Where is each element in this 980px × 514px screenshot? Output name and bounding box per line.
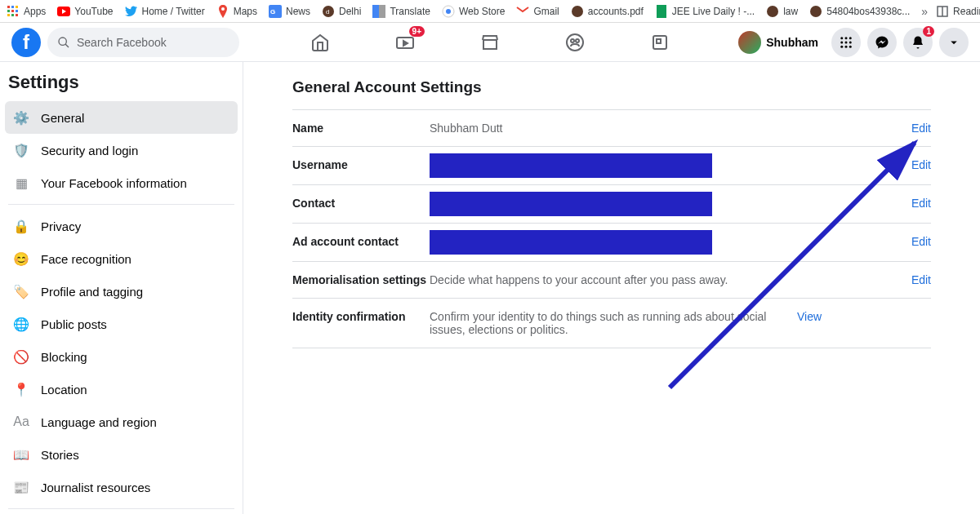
notifications-badge: 1	[923, 26, 934, 37]
svg-point-35	[849, 37, 852, 39]
bookmark-maps[interactable]: Maps	[216, 5, 257, 18]
sidebar-item-fbinfo[interactable]: ▦ Your Facebook information	[5, 166, 238, 199]
sidebar-item-language[interactable]: Aa Language and region	[5, 405, 238, 438]
nav-home[interactable]	[302, 24, 338, 60]
sidebar-item-label: Security and login	[41, 144, 138, 157]
webstore-icon	[442, 5, 455, 18]
bookmark-translate[interactable]: Translate	[372, 5, 430, 18]
facebook-logo[interactable]: f	[11, 28, 41, 57]
svg-point-41	[849, 45, 852, 47]
sidebar-item-face[interactable]: 😊 Face recognition	[5, 242, 238, 275]
bookmarks-overflow[interactable]: »	[921, 5, 928, 18]
row-value: Shubham Dutt	[430, 122, 911, 135]
sidebar-item-tagging[interactable]: 🏷️ Profile and tagging	[5, 275, 238, 308]
bookmark-twitter[interactable]: Home / Twitter	[125, 5, 205, 18]
file-icon	[809, 5, 822, 18]
pdf-icon	[571, 5, 584, 18]
facebook-header: f Search Facebook 9+ Shubham	[0, 23, 980, 62]
sidebar-item-label: Location	[41, 383, 87, 397]
sidebar-item-security[interactable]: 🛡️ Security and login	[5, 134, 238, 166]
sidebar-divider	[8, 204, 234, 205]
edit-link[interactable]: Edit	[911, 122, 931, 135]
tag-icon: 🏷️	[11, 281, 31, 301]
bell-icon	[911, 35, 925, 50]
sidebar-item-journalist[interactable]: 📰 Journalist resources	[5, 471, 238, 503]
bookmark-label: YouTube	[74, 6, 113, 17]
nav-watch[interactable]: 9+	[387, 24, 423, 60]
sidebar-item-stories[interactable]: 📖 Stories	[5, 438, 238, 471]
svg-text:d: d	[326, 8, 329, 16]
nav-right: Shubham 1	[737, 28, 969, 57]
sidebar-item-label: Blocking	[41, 350, 87, 364]
sidebar-item-label: General	[41, 111, 84, 125]
shield-icon: 🛡️	[11, 140, 31, 160]
sidebar-item-general[interactable]: ⚙️ General	[5, 101, 238, 134]
gmail-icon	[516, 5, 529, 18]
bookmark-law[interactable]: law	[766, 5, 798, 18]
bookmark-accounts[interactable]: accounts.pdf	[571, 5, 644, 18]
svg-rect-20	[657, 5, 666, 18]
content: Settings ⚙️ General 🛡️ Security and logi…	[0, 62, 980, 514]
sidebar-item-label: Your Facebook information	[41, 176, 187, 190]
svg-point-37	[845, 41, 848, 43]
sidebar-item-label: Journalist resources	[41, 481, 150, 494]
notifications-button[interactable]: 1	[903, 28, 933, 57]
maps-icon	[216, 5, 229, 18]
bookmark-webstore[interactable]: Web Store	[442, 5, 505, 18]
bookmark-youtube[interactable]: YouTube	[57, 5, 113, 18]
svg-rect-2	[16, 6, 18, 8]
sidebar-title: Settings	[5, 72, 238, 101]
settings-row-adcontact: Ad account contact Edit	[292, 223, 931, 261]
edit-link[interactable]: Edit	[911, 197, 931, 210]
law-icon	[766, 5, 779, 18]
menu-icon	[839, 35, 853, 50]
messenger-button[interactable]	[867, 28, 897, 57]
sidebar-item-location[interactable]: 📍 Location	[5, 373, 238, 405]
menu-button[interactable]	[831, 28, 861, 57]
main-panel: General Account Settings Name Shubham Du…	[243, 62, 980, 514]
sidebar-item-public[interactable]: 🌐 Public posts	[5, 308, 238, 340]
svg-point-21	[767, 6, 778, 17]
bookmark-apps[interactable]: Apps	[7, 5, 46, 18]
bookmark-label: Gmail	[533, 6, 559, 17]
home-icon	[310, 33, 330, 52]
bookmark-jee[interactable]: JEE Live Daily ! -...	[655, 5, 755, 18]
view-link[interactable]: View	[797, 310, 822, 323]
edit-link[interactable]: Edit	[911, 235, 931, 248]
svg-rect-6	[7, 14, 10, 16]
journalist-icon: 📰	[11, 477, 31, 497]
sidebar-item-blocking[interactable]: 🚫 Blocking	[5, 340, 238, 373]
profile-chip[interactable]: Shubham	[737, 29, 825, 55]
edit-link[interactable]: Edit	[911, 273, 931, 286]
twitter-icon	[125, 5, 138, 18]
svg-rect-0	[7, 6, 10, 8]
search-box[interactable]: Search Facebook	[47, 28, 239, 57]
svg-point-40	[845, 45, 848, 47]
search-icon	[57, 36, 70, 49]
bookmark-gmail[interactable]: Gmail	[516, 5, 559, 18]
caret-down-icon	[947, 35, 961, 50]
reading-list-label: Reading Lis	[953, 6, 980, 17]
reading-list-icon	[936, 5, 949, 18]
info-icon: ▦	[11, 173, 31, 193]
lock-icon: 🔒	[11, 216, 31, 236]
svg-rect-32	[657, 39, 661, 43]
edit-link[interactable]: Edit	[911, 158, 931, 171]
nav-groups[interactable]	[557, 24, 593, 60]
redacted-block	[430, 192, 712, 216]
svg-point-33	[840, 37, 843, 39]
account-dropdown[interactable]	[939, 28, 969, 57]
nav-gaming[interactable]	[642, 24, 678, 60]
bookmark-news[interactable]: G News	[269, 5, 310, 18]
row-value: Decide what happens to your account afte…	[430, 273, 911, 286]
sidebar-item-privacy[interactable]: 🔒 Privacy	[5, 210, 238, 242]
reading-list[interactable]: Reading Lis	[936, 5, 980, 18]
bookmark-file[interactable]: 54804bos43938c...	[809, 5, 910, 18]
nav-marketplace[interactable]	[472, 24, 508, 60]
row-label: Username	[292, 158, 430, 171]
redacted-block	[430, 230, 712, 255]
sidebar-item-label: Privacy	[41, 219, 81, 233]
bookmark-delhi[interactable]: d Delhi	[322, 5, 361, 18]
svg-point-25	[59, 38, 66, 45]
redacted-block	[430, 153, 712, 178]
